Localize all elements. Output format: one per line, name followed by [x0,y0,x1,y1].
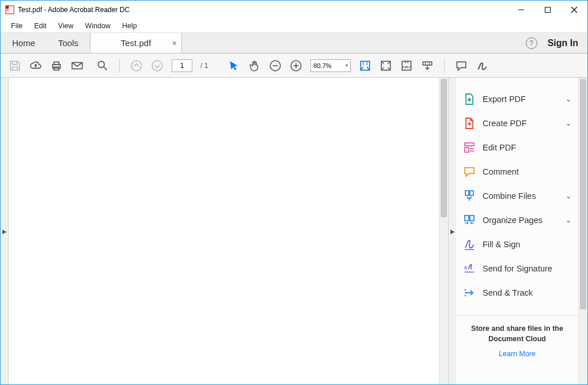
document-scrollbar[interactable] [439,78,448,384]
svg-text:↯: ↯ [6,9,9,12]
send-signature-icon: x [463,262,476,275]
cloud-upload-icon[interactable] [29,59,42,72]
tool-edit-pdf[interactable]: Edit PDF [456,135,578,160]
chevron-down-icon: ⌄ [566,216,571,224]
fit-width-icon[interactable] [359,59,371,72]
send-track-icon [463,286,476,299]
svg-rect-3 [545,7,551,13]
sign-icon[interactable] [476,59,488,72]
zoom-value: 80.7% [313,62,331,69]
window-controls [508,1,587,19]
svg-point-40 [465,289,466,291]
minimize-button[interactable] [508,1,534,19]
export-pdf-icon [463,93,476,105]
learn-more-link[interactable]: Learn More [465,350,569,358]
svg-rect-23 [403,61,411,70]
svg-point-10 [98,61,104,67]
tool-label: Send & Track [483,288,533,297]
edit-pdf-icon [463,141,476,154]
tool-label: Comment [483,167,519,176]
svg-rect-29 [465,143,474,146]
right-panel-toggle[interactable]: ▶ [448,78,456,384]
svg-rect-24 [423,62,432,65]
search-icon[interactable] [96,59,109,72]
svg-line-11 [104,67,107,70]
tool-export-pdf[interactable]: Export PDF ⌄ [456,87,578,111]
create-pdf-icon [463,117,476,130]
tool-fill-sign[interactable]: Fill & Sign [456,232,578,256]
tool-label: Edit PDF [483,143,516,152]
menu-edit[interactable]: Edit [28,20,52,32]
left-panel-toggle[interactable]: ▶ [1,78,9,384]
tab-tools[interactable]: Tools [47,33,90,53]
chevron-down-icon: ⌄ [566,95,571,103]
svg-text:x: x [464,265,467,270]
rightpanel-scrollbar[interactable] [578,78,587,384]
read-mode-icon[interactable] [421,59,434,72]
tool-combine-files[interactable]: Combine Files ⌄ [456,184,578,208]
tab-close-icon[interactable]: × [172,39,177,48]
email-icon[interactable] [71,59,84,72]
svg-rect-35 [465,216,469,221]
svg-rect-30 [465,148,469,152]
maximize-button[interactable] [534,1,561,19]
tool-label: Organize Pages [483,216,543,225]
fullscreen-icon[interactable] [400,59,413,72]
promo-text: Store and share files in the Document Cl… [465,324,569,344]
window-title: Test.pdf - Adobe Acrobat Reader DC [18,6,508,14]
svg-rect-33 [465,191,469,195]
fit-page-icon[interactable] [380,59,392,72]
svg-rect-36 [470,216,474,221]
page-down-icon[interactable] [151,59,164,72]
toolbar-separator [444,59,445,73]
tool-label: Create PDF [483,119,527,128]
svg-point-12 [131,61,142,71]
tool-label: Combine Files [483,191,536,201]
toolbar: / 1 80.7% [1,54,587,78]
tool-organize-pages[interactable]: Organize Pages ⌄ [456,208,578,232]
tool-comment[interactable]: Comment [456,160,578,184]
tab-document-label: Test.pdf [121,38,151,48]
document-area[interactable] [9,78,439,384]
tool-send-track[interactable]: Send & Track [456,281,578,305]
combine-files-icon [463,190,476,202]
promo-section: Store and share files in the Document Cl… [456,315,578,366]
comment-tool-icon [463,165,476,178]
tab-document[interactable]: Test.pdf × [90,33,182,53]
print-icon[interactable] [50,59,63,72]
comment-icon[interactable] [455,59,468,72]
menu-help[interactable]: Help [116,20,143,32]
menu-view[interactable]: View [52,20,79,32]
menubar: File Edit View Window Help [1,19,587,33]
svg-rect-7 [54,62,59,64]
help-icon[interactable]: ? [526,37,537,49]
titlebar: ↯ Test.pdf - Adobe Acrobat Reader DC [1,1,587,19]
tool-label: Fill & Sign [483,240,520,249]
tool-send-signature[interactable]: x Send for Signature [456,256,578,281]
chevron-down-icon: ⌄ [566,192,571,200]
fill-sign-icon [463,238,476,251]
svg-rect-34 [470,191,473,195]
zoom-select[interactable]: 80.7% [310,59,351,72]
page-up-icon[interactable] [130,59,143,72]
right-panel: Export PDF ⌄ Create PDF ⌄ Edit PDF Comme… [456,78,587,384]
hand-icon[interactable] [248,59,261,72]
zoom-in-icon[interactable] [290,59,302,72]
tab-home[interactable]: Home [1,33,47,53]
zoom-out-icon[interactable] [269,59,282,72]
close-button[interactable] [561,1,587,19]
tool-create-pdf[interactable]: Create PDF ⌄ [456,111,578,135]
save-icon[interactable] [9,59,21,72]
pointer-icon[interactable] [227,59,240,72]
scrollbar-thumb[interactable] [580,79,586,309]
menu-file[interactable]: File [5,20,28,32]
svg-point-41 [465,295,466,297]
toolbar-separator [119,59,120,73]
menu-window[interactable]: Window [79,20,116,32]
signin-button[interactable]: Sign In [548,38,578,48]
scrollbar-thumb[interactable] [441,79,447,217]
page-total-label: / 1 [200,62,208,70]
tool-label: Send for Signature [483,264,552,273]
tool-label: Export PDF [483,95,526,104]
page-number-input[interactable] [172,59,192,72]
